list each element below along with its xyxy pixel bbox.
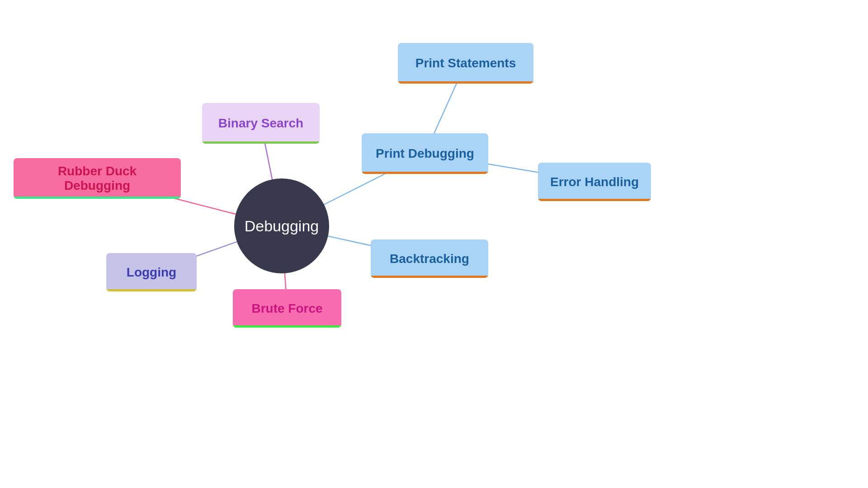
node-print-debugging[interactable]: Print Debugging xyxy=(362,133,488,174)
node-logging-label: Logging xyxy=(127,265,176,280)
node-backtracking-label: Backtracking xyxy=(390,252,469,266)
mind-map: Debugging Binary Search Rubber Duck Debu… xyxy=(0,0,868,488)
node-print-statements[interactable]: Print Statements xyxy=(398,43,533,84)
node-rubber-duck-label: Rubber Duck Debugging xyxy=(24,164,170,193)
node-brute-force[interactable]: Brute Force xyxy=(233,289,341,328)
node-brute-force-label: Brute Force xyxy=(251,301,322,316)
node-rubber-duck[interactable]: Rubber Duck Debugging xyxy=(14,158,181,199)
node-error-handling[interactable]: Error Handling xyxy=(538,163,651,201)
node-print-debugging-label: Print Debugging xyxy=(376,146,474,161)
center-node[interactable]: Debugging xyxy=(234,178,329,273)
node-logging[interactable]: Logging xyxy=(106,253,197,291)
node-print-statements-label: Print Statements xyxy=(415,56,516,70)
node-error-handling-label: Error Handling xyxy=(550,175,639,189)
node-binary-search[interactable]: Binary Search xyxy=(202,103,320,144)
node-backtracking[interactable]: Backtracking xyxy=(371,239,488,278)
center-label: Debugging xyxy=(245,217,319,235)
node-binary-search-label: Binary Search xyxy=(218,116,303,131)
